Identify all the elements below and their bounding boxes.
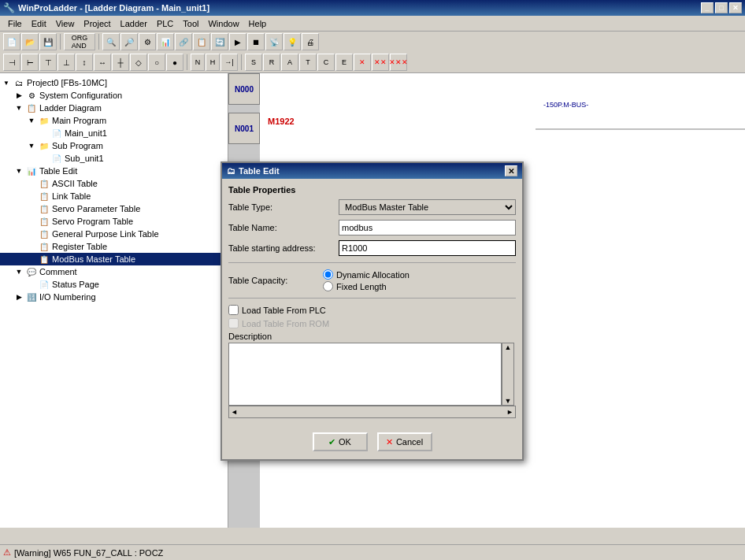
load-rom-label: Load Table From ROM: [242, 319, 329, 328]
cancel-x-icon: ✕: [386, 437, 393, 447]
table-type-select[interactable]: ModBus Master Table: [339, 199, 516, 215]
dialog-icon: 🗂: [227, 166, 235, 176]
load-rom-checkbox[interactable]: [228, 318, 239, 328]
scroll-down[interactable]: ▼: [502, 397, 513, 405]
dialog-footer: ✔ OK ✕ Cancel: [222, 425, 522, 459]
description-textarea[interactable]: [228, 343, 502, 406]
hscroll-right[interactable]: ►: [506, 408, 513, 416]
table-address-row: Table starting address:: [228, 240, 516, 256]
capacity-label: Table Capacity:: [228, 276, 323, 285]
ok-label: OK: [339, 437, 351, 447]
dialog-body: Table Properties Table Type: ModBus Mast…: [222, 179, 522, 425]
divider-2: [228, 298, 516, 299]
desc-hscroll: ◄ ►: [228, 406, 516, 418]
description-scrollbar[interactable]: ▲ ▼: [502, 343, 514, 406]
table-name-label: Table Name:: [228, 223, 339, 232]
hscroll-bar[interactable]: ◄ ►: [228, 406, 516, 418]
fixed-length-option[interactable]: Fixed Length: [323, 281, 410, 291]
dialog-title: Table Edit: [239, 166, 280, 176]
fixed-label: Fixed Length: [336, 282, 387, 291]
table-address-label: Table starting address:: [228, 243, 339, 253]
load-plc-label: Load Table From PLC: [242, 306, 326, 315]
scroll-up[interactable]: ▲: [502, 343, 513, 351]
table-type-row: Table Type: ModBus Master Table: [228, 199, 516, 215]
dynamic-radio[interactable]: [323, 269, 333, 280]
properties-header: Table Properties: [228, 185, 516, 195]
table-type-label: Table Type:: [228, 202, 339, 212]
cancel-button[interactable]: ✕ Cancel: [377, 432, 432, 451]
fixed-radio[interactable]: [323, 281, 333, 291]
capacity-options: Dynamic Allocation Fixed Length: [323, 269, 410, 291]
description-section: Description ▲ ▼ ◄ ►: [228, 332, 516, 418]
ok-checkmark-icon: ✔: [328, 437, 335, 447]
table-capacity-row: Table Capacity: Dynamic Allocation Fixed…: [228, 269, 516, 291]
dialog-close-button[interactable]: ✕: [505, 165, 517, 176]
dialog-overlay: 🗂 Table Edit ✕ Table Properties Table Ty…: [0, 0, 745, 560]
table-edit-dialog: 🗂 Table Edit ✕ Table Properties Table Ty…: [221, 161, 524, 461]
table-name-input[interactable]: [339, 220, 516, 235]
table-name-row: Table Name:: [228, 220, 516, 235]
load-rom-row: Load Table From ROM: [228, 318, 516, 328]
ok-button[interactable]: ✔ OK: [313, 432, 368, 451]
load-plc-checkbox[interactable]: [228, 305, 239, 315]
hscroll-left[interactable]: ◄: [231, 408, 238, 416]
cancel-label: Cancel: [396, 437, 423, 447]
load-plc-row: Load Table From PLC: [228, 305, 516, 315]
divider-1: [228, 262, 516, 263]
description-label: Description: [228, 332, 516, 341]
dialog-titlebar: 🗂 Table Edit ✕: [222, 163, 522, 179]
dynamic-allocation-option[interactable]: Dynamic Allocation: [323, 269, 410, 280]
table-address-input[interactable]: [339, 240, 516, 256]
dynamic-label: Dynamic Allocation: [336, 270, 410, 280]
description-area-container: ▲ ▼: [228, 343, 516, 406]
